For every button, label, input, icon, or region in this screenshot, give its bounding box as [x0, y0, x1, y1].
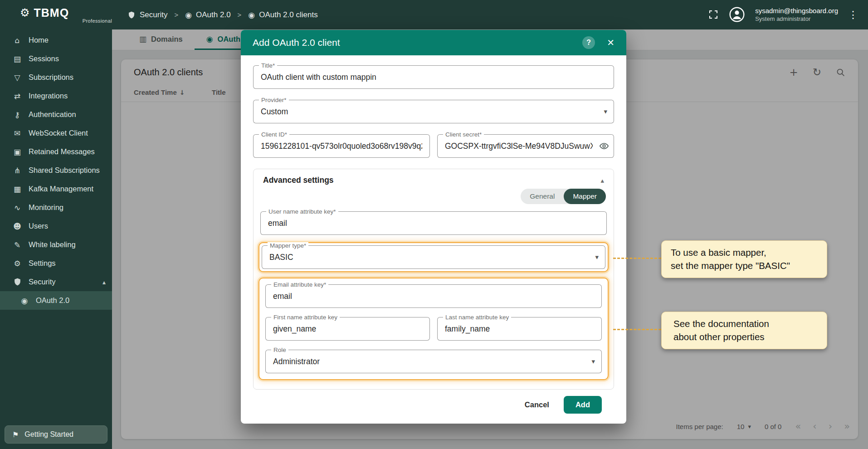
sidebar-item-security[interactable]: Security ▴: [0, 273, 112, 291]
sidebar-item-settings[interactable]: ⚙ Settings: [0, 254, 112, 273]
sidebar-item-home[interactable]: ⌂ Home: [0, 31, 112, 49]
email-key-label: Email attribute key*: [271, 281, 328, 288]
chat-icon: ✉: [12, 129, 23, 138]
sidebar-item-label: Retained Messages: [29, 147, 95, 156]
username-key-wrap: User name attribute key*: [260, 211, 607, 235]
sidebar-item-retained-messages[interactable]: ▣ Retained Messages: [0, 142, 112, 161]
sidebar-item-subscriptions[interactable]: ▽ Subscriptions: [0, 68, 112, 87]
callout-line: set the mapper type "BASIC": [671, 259, 818, 273]
dialog-footer: Cancel Add: [253, 390, 614, 424]
help-button[interactable]: ?: [582, 36, 595, 49]
topbar-right: sysadmin@thingsboard.org System administ…: [708, 6, 868, 23]
tbmq-logo[interactable]: ⚙ TBMQ Professional: [0, 6, 112, 24]
sidebar-nav: ⌂ Home ▤ Sessions ▽ Subscriptions ⇄ Inte…: [0, 29, 112, 310]
callout-basic-mapper: To use a basic mapper, set the mapper ty…: [661, 240, 827, 278]
oauth-clients-icon: ◉: [248, 10, 255, 20]
client-secret-input[interactable]: [438, 135, 614, 157]
sidebar-item-white-labeling[interactable]: ✎ White labeling: [0, 235, 112, 254]
client-credentials-row: Client ID* Client secret*: [253, 134, 614, 158]
advanced-settings-panel: Advanced settings ▴ General Mapper User …: [253, 169, 614, 390]
breadcrumb-oauth-clients[interactable]: ◉ OAuth 2.0 clients: [248, 10, 317, 20]
role-value: Administrator: [266, 350, 601, 373]
callout-documentation: See the documentation about other proper…: [661, 312, 827, 349]
name-keys-row: First name attribute key Last name attri…: [265, 317, 602, 341]
username-key-input[interactable]: [261, 212, 606, 234]
sidebar-item-kafka-management[interactable]: ▦ Kafka Management: [0, 180, 112, 198]
integrations-icon: ⇄: [12, 92, 23, 101]
getting-started-label: Getting Started: [24, 430, 73, 439]
callout-connector-mapper-type: [613, 258, 661, 259]
add-button[interactable]: Add: [564, 396, 602, 414]
dialog-body: Title* Provider* Custom ▾ Client ID* Cli…: [241, 55, 626, 424]
username-key-field: User name attribute key*: [260, 211, 607, 235]
avatar[interactable]: [729, 6, 745, 23]
sidebar-item-websocket-client[interactable]: ✉ WebSocket Client: [0, 124, 112, 142]
sidebar-item-users[interactable]: ☻ Users: [0, 217, 112, 235]
sidebar-item-label: Kafka Management: [29, 185, 93, 193]
mapper-type-select[interactable]: Mapper type* BASIC ▾: [262, 245, 605, 269]
monitor-icon: ∿: [12, 203, 23, 212]
logo-subtitle: Professional: [83, 18, 112, 24]
sidebar-item-integrations[interactable]: ⇄ Integrations: [0, 87, 112, 105]
gear-icon: ⚙: [12, 259, 23, 268]
sidebar-item-label: Security: [29, 278, 56, 286]
username-key-label: User name attribute key*: [266, 208, 338, 215]
breadcrumb-label: Security: [140, 10, 167, 20]
provider-value: Custom: [254, 100, 614, 123]
toggle-general[interactable]: General: [521, 189, 564, 204]
breadcrumb-security[interactable]: Security: [127, 10, 167, 20]
breadcrumb-separator: >: [238, 11, 242, 19]
sidebar-item-label: Integrations: [29, 92, 68, 100]
title-input[interactable]: [254, 66, 614, 88]
advanced-settings-header[interactable]: Advanced settings ▴: [260, 176, 607, 185]
mapper-toggle-group: General Mapper: [521, 189, 606, 204]
first-name-key-field: First name attribute key: [265, 317, 430, 341]
home-icon: ⌂: [12, 36, 23, 45]
sidebar-item-oauth2[interactable]: ◉ OAuth 2.0: [0, 291, 112, 310]
dialog-header: Add OAuth 2.0 client ? ✕: [241, 30, 626, 55]
chevron-down-icon: ▾: [604, 107, 607, 116]
sidebar-item-authentication[interactable]: ⚷ Authentication: [0, 105, 112, 124]
last-name-key-input[interactable]: [438, 317, 601, 340]
sidebar-item-label: Authentication: [29, 110, 76, 119]
callout-line: To use a basic mapper,: [671, 246, 818, 259]
sidebar-item-monitoring[interactable]: ∿ Monitoring: [0, 198, 112, 217]
help-icon: ?: [586, 39, 591, 47]
role-select[interactable]: Role Administrator ▾: [265, 350, 602, 373]
breadcrumb: Security > ◉ OAuth 2.0 > ◉ OAuth 2.0 cli…: [127, 10, 318, 20]
fullscreen-button[interactable]: [708, 9, 719, 20]
sidebar-item-label: WebSocket Client: [29, 129, 88, 137]
breadcrumb-oauth[interactable]: ◉ OAuth 2.0: [185, 10, 230, 20]
cancel-button[interactable]: Cancel: [515, 396, 559, 414]
basic-mapper-highlight: Email attribute key* First name attribut…: [258, 278, 609, 380]
user-avatar-icon: [729, 6, 745, 23]
users-icon: ☻: [12, 222, 23, 231]
mapper-type-label: Mapper type*: [268, 242, 308, 249]
getting-started-button[interactable]: ⚑ Getting Started: [5, 425, 107, 444]
sidebar-item-sessions[interactable]: ▤ Sessions: [0, 49, 112, 68]
sidebar-item-label: Home: [29, 36, 49, 44]
dialog-title: Add OAuth 2.0 client: [253, 37, 340, 48]
getting-started-icon: ⚑: [12, 430, 19, 439]
sidebar-item-label: Subscriptions: [29, 73, 73, 82]
callout-line: See the documentation: [673, 317, 818, 331]
close-button[interactable]: ✕: [607, 37, 614, 48]
first-name-key-input[interactable]: [266, 317, 429, 340]
sidebar: ⌂ Home ▤ Sessions ▽ Subscriptions ⇄ Inte…: [0, 29, 112, 449]
callout-connector-properties: [613, 329, 661, 330]
toggle-mapper[interactable]: Mapper: [564, 189, 606, 204]
toggle-secret-visibility-button[interactable]: [599, 141, 609, 151]
email-key-input[interactable]: [266, 285, 601, 307]
chevron-up-icon: ▴: [102, 278, 106, 286]
provider-select[interactable]: Provider* Custom ▾: [253, 100, 614, 123]
more-menu-button[interactable]: ⋮: [848, 9, 858, 20]
user-info[interactable]: sysadmin@thingsboard.org System administ…: [755, 6, 838, 23]
sidebar-item-shared-subscriptions[interactable]: ⋔ Shared Subscriptions: [0, 161, 112, 180]
client-id-input[interactable]: [254, 135, 429, 157]
sidebar-item-label: White labeling: [29, 240, 76, 249]
add-oauth-client-dialog: Add OAuth 2.0 client ? ✕ Title* Provider…: [241, 30, 626, 424]
title-field: Title*: [253, 65, 614, 89]
chevron-up-icon: ▴: [600, 176, 604, 185]
client-id-label: Client ID*: [259, 131, 289, 138]
first-name-key-label: First name attribute key: [271, 314, 340, 321]
